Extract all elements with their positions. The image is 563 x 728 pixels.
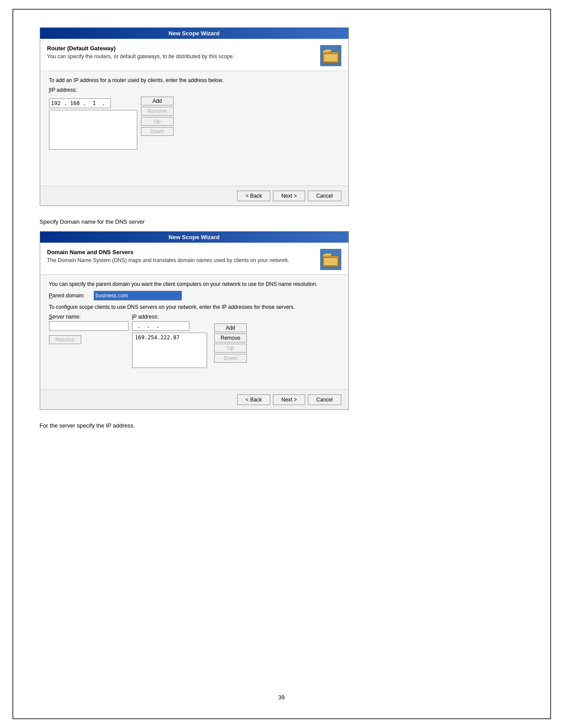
dialog2-server-name-col: Server name: Resolve <box>49 314 128 344</box>
dialog1-cancel-button[interactable]: Cancel <box>308 191 341 201</box>
dialog2-ip-address-label: IP address: <box>132 314 207 320</box>
dialog1-header: Router (Default Gateway) You can specify… <box>40 39 348 71</box>
dialog1-ip-row <box>49 98 111 108</box>
dialog2-header: Domain Name and DNS Servers The Domain N… <box>40 243 348 275</box>
dialog2-dns-list-area: 169.254.222.87 <box>132 333 207 368</box>
dialog2-remove-button[interactable]: Remove <box>214 334 247 342</box>
page-outer: New Scope Wizard Router (Default Gateway… <box>12 9 551 719</box>
dialog2-next-button[interactable]: Next > <box>273 394 305 405</box>
dialog2-icon <box>320 249 341 270</box>
between-text-1: Specify Domain name for the DNS server <box>40 218 145 225</box>
dialog2-resolve-button[interactable]: Resolve <box>49 335 81 344</box>
dialog1-header-text: Router (Default Gateway) You can specify… <box>47 45 315 60</box>
dialog1-ip-input[interactable] <box>49 98 111 108</box>
dialog1-titlebar: New Scope Wizard <box>40 28 348 39</box>
dialog2-add-button[interactable]: Add <box>214 323 247 332</box>
dialog1-add-button[interactable]: Add <box>141 97 174 105</box>
dialog1-list-area: Add Remove Up Down <box>49 97 340 150</box>
svg-rect-3 <box>325 49 332 52</box>
dialog1-up-button[interactable]: Up <box>141 117 174 126</box>
dialog2-dns-list-box[interactable]: 169.254.222.87 <box>132 333 207 368</box>
dialog1-next-button[interactable]: Next > <box>273 191 305 201</box>
dialog1-header-title: Router (Default Gateway) <box>47 45 315 52</box>
dialog1-instruction: To add an IP address for a router used b… <box>49 77 340 83</box>
dialog2-cancel-button[interactable]: Cancel <box>308 394 341 405</box>
dialog2-parent-domain-input[interactable] <box>94 291 182 300</box>
dialog2-body: Domain Name and DNS Servers The Domain N… <box>40 243 348 409</box>
dialog2-instruction2: To configure scope clients to use DNS se… <box>49 304 340 310</box>
dialog1-content: To add an IP address for a router used b… <box>40 71 348 186</box>
dialog1-ip-label: IIP address: <box>49 87 340 93</box>
dialog1-footer: < Back Next > Cancel <box>40 186 348 206</box>
dialog2-footer: < Back Next > Cancel <box>40 390 348 409</box>
dialog1-header-desc: You can specify the routers, or default … <box>47 53 315 60</box>
dialog2-header-text: Domain Name and DNS Servers The Domain N… <box>47 249 315 263</box>
dialog1-btn-group: Add Remove Up Down <box>141 97 174 136</box>
dialog2-parent-domain-row: Parent domain: <box>49 291 340 300</box>
dialog1-icon <box>320 45 341 66</box>
dialog2-header-desc: The Domain Name System (DNS) maps and tr… <box>47 257 315 263</box>
dialog2-ip-col: IP address: 169.254.222.87 <box>132 314 207 368</box>
dialog2-down-button[interactable]: Down <box>214 354 247 363</box>
dialog1-back-button[interactable]: < Back <box>237 191 270 201</box>
dialog1-remove-button[interactable]: Remove <box>141 107 174 116</box>
dialog1-list-box[interactable] <box>49 110 137 150</box>
svg-rect-6 <box>324 258 338 266</box>
dns-wizard-dialog: New Scope Wizard Domain Name and DNS Ser… <box>40 231 349 410</box>
dialog2-instruction1: You can specify the parent domain you wa… <box>49 281 340 287</box>
dialog1-body: Router (Default Gateway) You can specify… <box>40 39 348 206</box>
dialog2-back-button[interactable]: < Back <box>237 394 270 405</box>
svg-rect-7 <box>325 253 332 255</box>
folder-stack-icon-2 <box>322 251 340 268</box>
dialog2-server-row: Server name: Resolve IP address: 169.254… <box>49 314 340 368</box>
dialog2-server-name-label: Server name: <box>49 314 128 320</box>
dialog2-server-name-input[interactable] <box>49 321 128 331</box>
dns-list-item-1: 169.254.222.87 <box>133 334 206 341</box>
dialog1-down-button[interactable]: Down <box>141 127 174 136</box>
svg-rect-2 <box>324 54 338 62</box>
dialog2-content: You can specify the parent domain you wa… <box>40 275 348 390</box>
router-wizard-dialog: New Scope Wizard Router (Default Gateway… <box>40 27 349 206</box>
page-number: 39 <box>40 681 524 701</box>
folder-stack-icon <box>322 47 340 64</box>
dialog2-titlebar: New Scope Wizard <box>40 232 348 243</box>
dialog2-header-title: Domain Name and DNS Servers <box>47 249 315 255</box>
dialog2-parent-domain-label: Parent domain: <box>49 293 91 299</box>
dialog2-ip-dots-input[interactable] <box>132 321 189 331</box>
bottom-text: For the server specify the IP address. <box>40 422 135 429</box>
dialog2-up-button[interactable]: Up <box>214 344 247 353</box>
dialog2-btn-group: Add Remove Up Down <box>214 323 247 363</box>
